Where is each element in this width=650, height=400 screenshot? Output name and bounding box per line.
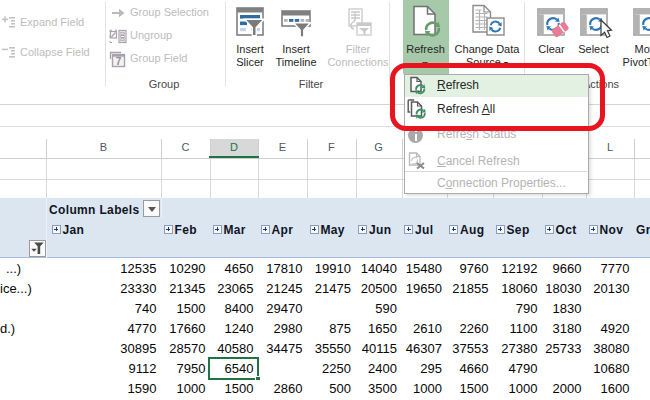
- svg-text:7: 7: [116, 56, 122, 67]
